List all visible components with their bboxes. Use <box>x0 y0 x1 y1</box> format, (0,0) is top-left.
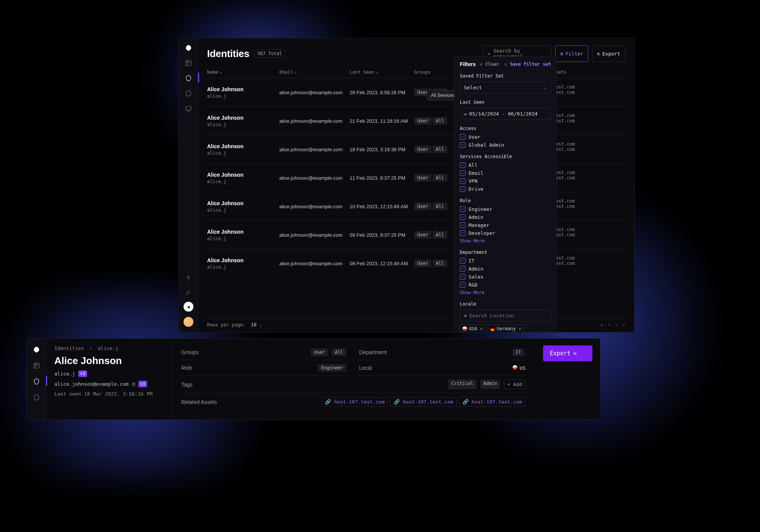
more-badge[interactable]: +3 <box>138 381 147 387</box>
locale-chip-germany[interactable]: Germany✕ <box>488 325 524 332</box>
filter-checkbox[interactable]: ✓Engineer <box>460 206 551 212</box>
locale-chip-usa[interactable]: USA✕ <box>460 325 485 332</box>
identities-icon[interactable] <box>184 74 193 82</box>
group-chip: All <box>433 260 447 267</box>
export-button[interactable]: ⇱ Export <box>592 45 625 62</box>
dashboard-icon[interactable] <box>32 361 41 370</box>
table-row[interactable]: Alice Johnsonalice.j alice.johnson@examp… <box>207 106 625 135</box>
sort-icon[interactable]: ⇅ <box>376 70 378 74</box>
row-last-seen: 18 Feb 2023, 3:18:36 PM <box>350 147 410 152</box>
close-icon[interactable]: ✕ <box>519 326 521 331</box>
table-row[interactable]: Alice Johnsonalice.j alice.johnson@examp… <box>207 220 625 249</box>
sort-icon[interactable]: ⇅ <box>294 70 297 74</box>
row-email: alice.johnson@example.com <box>279 90 346 95</box>
checkbox-icon: ✓ <box>460 142 466 148</box>
identities-icon[interactable] <box>32 377 41 386</box>
link-icon: 🔗 <box>462 399 469 405</box>
export-icon: ⇱ <box>573 350 577 357</box>
saved-filter-set-label: Saved Filter Set <box>460 73 551 79</box>
hexagon-icon[interactable] <box>184 89 193 98</box>
page-next-icon[interactable]: › <box>615 322 618 328</box>
monitor-icon[interactable] <box>184 104 193 113</box>
local-label: Local <box>359 365 372 371</box>
page-first-icon[interactable]: « <box>600 322 603 328</box>
related-assets-label: Related Assets <box>181 399 217 405</box>
collapse-icon[interactable]: ◂ <box>184 302 193 312</box>
add-tag-button[interactable]: + Add <box>504 380 526 389</box>
table-row[interactable]: Alice Johnsonalice.j alice.johnson@examp… <box>207 249 625 277</box>
copy-icon[interactable]: ⧉ <box>132 381 135 387</box>
table-row[interactable]: Alice Johnsonalice.j alice.johnson@examp… <box>207 163 625 192</box>
checkbox-icon: ✓ <box>460 282 466 288</box>
department-label: Department <box>460 250 551 255</box>
filter-checkbox[interactable]: ✓Sales <box>460 274 551 280</box>
filter-panel: Filters ✕ Clear ▫ Save filter set Saved … <box>454 56 557 332</box>
filter-checkbox[interactable]: ✓Admin <box>460 214 551 220</box>
page-prev-icon[interactable]: ‹ <box>608 322 610 328</box>
asset-link[interactable]: 🔗 host-107.test.com <box>459 397 526 407</box>
breadcrumb: Identities › alice.j <box>54 345 163 351</box>
tags-label: Tags <box>181 382 193 388</box>
row-last-seen: 28 Feb 2023, 6:58:26 PM <box>350 90 410 95</box>
asset-link[interactable]: 🔗 host-107.test.com <box>390 397 457 407</box>
chevron-down-icon[interactable]: ⌄ <box>259 322 262 328</box>
last-seen-label: Last Seen <box>460 100 551 105</box>
clear-filters-button[interactable]: ✕ Clear <box>480 62 499 67</box>
filter-checkbox[interactable]: ✓Manager <box>460 222 551 228</box>
date-range-input[interactable]: ▭05/14/2024 - 06/01/2024 <box>460 108 551 120</box>
filter-button[interactable]: ≡ Filter <box>555 45 588 62</box>
filter-checkbox[interactable]: ✓Developer <box>460 230 551 236</box>
search-icon: ⌕ <box>464 313 467 318</box>
dashboard-icon[interactable] <box>184 59 193 67</box>
avatar[interactable] <box>184 317 193 327</box>
tools-icon[interactable] <box>184 288 193 296</box>
filter-checkbox[interactable]: ✓VPN <box>460 178 551 184</box>
checkbox-icon: ✓ <box>460 186 466 192</box>
show-more-dept[interactable]: Show More <box>460 290 551 295</box>
sort-icon[interactable]: ⇅ <box>220 70 222 74</box>
filter-icon: ≡ <box>560 51 563 57</box>
close-icon[interactable]: ✕ <box>480 326 483 331</box>
breadcrumb-root[interactable]: Identities <box>54 345 84 351</box>
show-more-role[interactable]: Show More <box>460 238 551 244</box>
services-label: Services Accessible <box>460 154 551 159</box>
table-row[interactable]: Alice Johnsonalice.j alice.johnson@examp… <box>207 192 625 220</box>
svg-rect-0 <box>186 60 191 66</box>
locale-search-input[interactable]: ⌕Search Location <box>460 310 551 321</box>
help-icon[interactable]: ? <box>184 274 193 283</box>
group-chip: User <box>414 174 431 182</box>
row-email: alice.johnson@example.com <box>279 118 346 124</box>
filter-checkbox[interactable]: ✓IT <box>460 258 551 264</box>
flag-icon <box>513 365 517 370</box>
export-button[interactable]: Export⇱ <box>543 345 592 361</box>
checkbox-icon: ✓ <box>460 258 466 264</box>
page-last-icon[interactable]: » <box>622 322 625 328</box>
row-username: alice.j <box>207 207 276 213</box>
checkbox-icon: ✓ <box>460 266 466 272</box>
saved-filter-set-select[interactable]: Select⌄ <box>460 82 551 93</box>
filter-checkbox[interactable]: ✓Drive <box>460 186 551 192</box>
filter-checkbox[interactable]: ✓R&D <box>460 282 551 288</box>
row-name: Alice Johnson <box>207 86 276 92</box>
breadcrumb-leaf: alice.j <box>98 345 119 351</box>
hexagon-icon[interactable] <box>32 393 41 402</box>
filter-checkbox[interactable]: ✓Admin <box>460 266 551 272</box>
group-chip: User <box>414 117 431 125</box>
asset-link[interactable]: 🔗 host-107.test.com <box>321 397 388 407</box>
row-last-seen: 10 Feb 2023, 12:15:49 AM <box>350 204 410 209</box>
table-row[interactable]: Alice Johnsonalice.j alice.johnson@examp… <box>207 78 625 106</box>
save-icon: ▫ <box>504 62 507 67</box>
count-badge: 567 Total <box>254 49 285 58</box>
row-last-seen: 09 Feb 2023, 9:37:25 PM <box>350 232 410 238</box>
save-filter-set-button[interactable]: ▫ Save filter set <box>504 62 551 67</box>
role-label: Role <box>460 198 551 203</box>
filter-checkbox[interactable]: ✓User <box>460 134 551 140</box>
filter-checkbox[interactable]: ✓All <box>460 162 551 168</box>
more-badge[interactable]: +3 <box>78 370 87 377</box>
filter-checkbox[interactable]: ✓Email <box>460 170 551 176</box>
group-chip: User <box>414 203 431 210</box>
table-row[interactable]: Alice Johnsonalice.j alice.johnson@examp… <box>207 135 625 163</box>
row-name: Alice Johnson <box>207 200 276 206</box>
filter-checkbox[interactable]: ✓Global Admin <box>460 142 551 148</box>
checkbox-icon: ✓ <box>460 162 466 168</box>
